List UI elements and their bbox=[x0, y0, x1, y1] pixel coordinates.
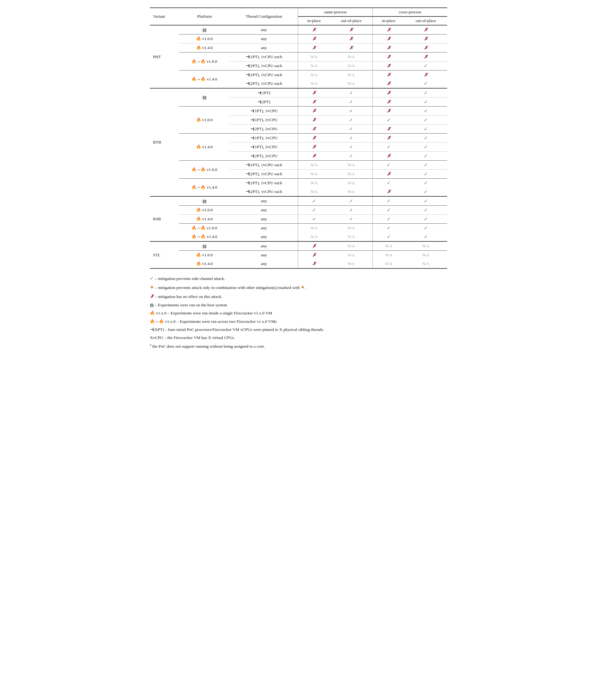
platform-cell: ▤ bbox=[179, 25, 230, 34]
thread-cell: ⊣(1PT), 1vCPU bbox=[230, 133, 298, 143]
sp-ip-cell: ✓ bbox=[298, 196, 330, 206]
platform-cell: 🔥↔🔥 v1.4.0 bbox=[179, 71, 230, 89]
sp-oop-cell: N/A bbox=[330, 61, 373, 71]
cp-ip-cell: ✓ bbox=[373, 232, 405, 242]
col-sp-oop: out-of-place bbox=[330, 17, 373, 25]
cp-oop-cell: ✓ bbox=[405, 179, 447, 188]
sp-oop-cell: ✓ bbox=[330, 206, 373, 215]
sp-oop-cell: N/A bbox=[330, 170, 373, 179]
sp-ip-cell: N/A bbox=[298, 61, 330, 71]
sp-oop-cell: ✗ bbox=[330, 25, 373, 34]
sp-ip-cell: ✗ bbox=[298, 44, 330, 52]
cp-oop-cell: ✓ bbox=[405, 61, 447, 71]
cp-ip-cell: ✗ bbox=[373, 170, 405, 179]
thread-cell: any bbox=[230, 251, 298, 260]
thread-cell: any bbox=[230, 242, 298, 251]
thread-cell: ⊣(2PT), 2vCPU bbox=[230, 125, 298, 133]
cp-ip-cell: ✓ bbox=[373, 179, 405, 188]
cp-ip-cell: ✗ bbox=[373, 88, 405, 98]
cp-ip-cell: ✗ bbox=[373, 61, 405, 71]
cp-oop-cell: ✓ bbox=[405, 215, 447, 224]
sp-ip-cell: ✓ bbox=[298, 206, 330, 215]
sp-oop-cell: N/A bbox=[330, 71, 373, 79]
platform-cell: ▤ bbox=[179, 242, 230, 251]
platform-cell: 🔥↔🔥 v1.0.0 bbox=[179, 52, 230, 71]
legend-footnote: a the PoC does not support running witho… bbox=[150, 342, 447, 350]
sp-ip-cell: ✗ bbox=[298, 242, 330, 251]
col-cp-ip: in-place bbox=[373, 17, 405, 25]
sp-oop-cell: ✗ bbox=[330, 44, 373, 52]
sp-oop-cell: N/A bbox=[330, 179, 373, 188]
variant-cell: RSB bbox=[150, 196, 179, 242]
cp-oop-cell: ✓ bbox=[405, 106, 447, 116]
cp-ip-cell: ✓ bbox=[373, 196, 405, 206]
cp-oop-cell: N/A bbox=[405, 259, 447, 269]
table-row: 🔥 v1.4.0⊣(1PT), 1vCPU✗✓✗✓ bbox=[150, 133, 447, 143]
platform-cell: ▤ bbox=[179, 196, 230, 206]
platform-cell: 🔥 v1.4.0 bbox=[179, 215, 230, 224]
sp-ip-cell: N/A bbox=[298, 232, 330, 242]
cp-oop-cell: N/A bbox=[405, 251, 447, 260]
thread-cell: any bbox=[230, 259, 298, 269]
sp-oop-cell: ✓ bbox=[330, 152, 373, 160]
thread-cell: any bbox=[230, 44, 298, 52]
platform-cell: 🔥 v1.4.0 bbox=[179, 259, 230, 269]
thread-cell: any bbox=[230, 232, 298, 242]
platform-cell: 🔥↔🔥 v1.4.0 bbox=[179, 179, 230, 197]
sp-ip-cell: N/A bbox=[298, 160, 330, 170]
sp-ip-cell: ✗ bbox=[298, 88, 330, 98]
col-sp-ip: in-place bbox=[298, 17, 330, 25]
cp-ip-cell: ✗ bbox=[373, 34, 405, 44]
platform-cell: 🔥 v1.0.0 bbox=[179, 206, 230, 215]
thread-cell: ⊣(1PT), 1vCPU each bbox=[230, 160, 298, 170]
cp-oop-cell: ✓ bbox=[405, 232, 447, 242]
sp-ip-cell: ✗ bbox=[298, 106, 330, 116]
thread-cell: ⊣(1PT) bbox=[230, 88, 298, 98]
legend-vm2: 🔥↔🔥 v1.x.0 – Experiments were run across… bbox=[150, 318, 447, 325]
col-same-process: same-process bbox=[298, 8, 373, 17]
cp-ip-cell: ✗ bbox=[373, 98, 405, 106]
platform-cell: 🔥 v1.0.0 bbox=[179, 251, 230, 260]
thread-cell: ⊣(2PT), 1vCPU each bbox=[230, 188, 298, 196]
cp-oop-cell: ✓ bbox=[405, 133, 447, 143]
cp-oop-cell: ✓ bbox=[405, 98, 447, 106]
sp-ip-cell: ✗ bbox=[298, 133, 330, 143]
platform-cell: 🔥 v1.4.0 bbox=[179, 44, 230, 52]
cp-oop-cell: ✓ bbox=[405, 116, 447, 125]
table-row: 🔥↔🔥 v1.4.0⊣(1PT), 1vCPU eachN/AN/A✓✓ bbox=[150, 179, 447, 188]
cp-ip-cell: ✗ bbox=[373, 71, 405, 79]
cp-ip-cell: ✓ bbox=[373, 215, 405, 224]
legend-section: ✓ – mitigation prevents side-channel att… bbox=[150, 274, 447, 350]
sp-oop-cell: N/A bbox=[330, 251, 373, 260]
table-row: 🔥↔🔥 v1.0.0⊣(1PT), 1vCPU eachN/AN/A✗✗ bbox=[150, 52, 447, 61]
cp-oop-cell: ✓ bbox=[405, 160, 447, 170]
cp-oop-cell: ✓ bbox=[405, 206, 447, 215]
cp-oop-cell: ✓ bbox=[405, 224, 447, 233]
table-row: STL▤any✗N/AN/AN/A bbox=[150, 242, 447, 251]
sp-ip-cell: ✗ bbox=[298, 25, 330, 34]
legend-pin: ⊣(XPT) – bare metal PoC processes/Firecr… bbox=[150, 326, 447, 333]
cp-ip-cell: ✓ bbox=[373, 160, 405, 170]
sp-oop-cell: N/A bbox=[330, 188, 373, 196]
table-row: 🔥 v1.0.0⊣(1PT), 1vCPU✗✓✗✓ bbox=[150, 106, 447, 116]
sp-ip-cell: ✓ bbox=[298, 215, 330, 224]
legend-cross: ✗ – mitigation has no effect on this att… bbox=[150, 292, 447, 301]
cp-ip-cell: ✗ bbox=[373, 188, 405, 196]
thread-cell: any bbox=[230, 196, 298, 206]
variant-cell: STL bbox=[150, 242, 179, 269]
cp-oop-cell: ✗ bbox=[405, 52, 447, 61]
cp-ip-cell: N/A bbox=[373, 242, 405, 251]
platform-cell: ▤ bbox=[179, 88, 230, 106]
platform-cell: 🔥 v1.4.0 bbox=[179, 133, 230, 160]
thread-cell: ⊣(1PT), 1vCPU each bbox=[230, 179, 298, 188]
sp-ip-cell: ✗ bbox=[298, 251, 330, 260]
cp-oop-cell: ✓ bbox=[405, 188, 447, 196]
header-row-1: Variant Platform Thread Configuration sa… bbox=[150, 8, 447, 17]
legend-plus: ✦ – mitigation prevents attack only in c… bbox=[150, 283, 447, 292]
cp-ip-cell: N/A bbox=[373, 259, 405, 269]
sp-ip-cell: ✗ bbox=[298, 143, 330, 152]
sp-oop-cell: N/A bbox=[330, 160, 373, 170]
table-row: 🔥 v1.0.0any✗N/AN/AN/A bbox=[150, 251, 447, 260]
thread-cell: ⊣(1PT), 2vCPU bbox=[230, 116, 298, 125]
table-row: 🔥↔🔥 v1.4.0⊣(1PT), 1vCPU eachN/AN/A✗✗ bbox=[150, 71, 447, 79]
